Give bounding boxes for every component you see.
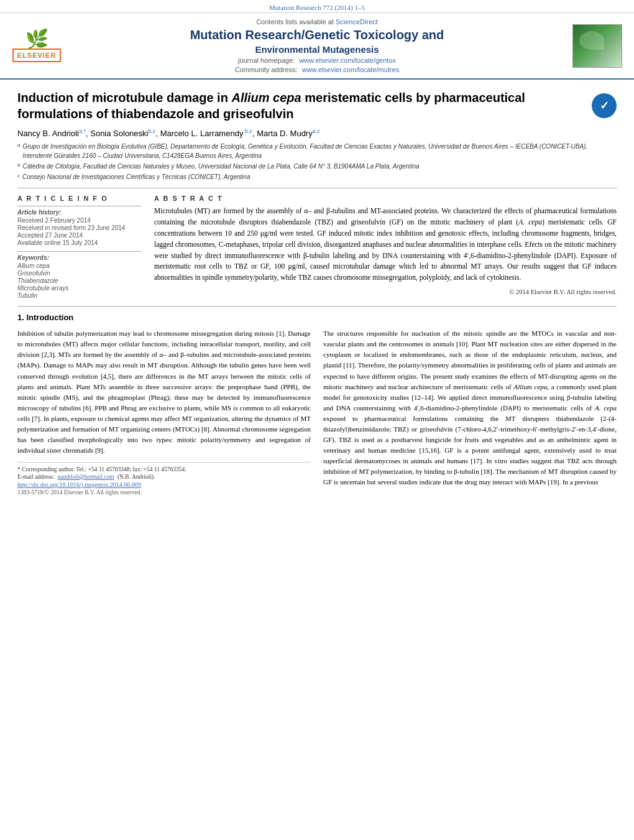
affiliation-b: b Cátedra de Citología, Facultad de Cien…	[17, 162, 617, 171]
divider-after-affiliations	[17, 188, 617, 188]
keyword-tubulin: Tubulin	[17, 292, 142, 299]
body-col-left: Inhibition of tubulin polymerization may…	[17, 328, 311, 496]
article-title-text: Induction of microtubule damage in Alliu…	[17, 90, 586, 122]
journal-thumbnail-area	[569, 18, 625, 73]
keywords-section: Keywords: Allium cepa Griseofulvin Thiab…	[17, 251, 142, 299]
elsevier-wordmark: ELSEVIER	[12, 48, 61, 62]
divider-after-abstract	[17, 306, 617, 307]
doi-line: http://dx.doi.org/10.1016/j.mrgentox.201…	[17, 481, 311, 488]
journal-title-line2: Environmental Mutagenesis	[255, 44, 379, 55]
affil-text-a: Grupo de Investigación en Biología Evolu…	[22, 142, 617, 160]
journal-citation: Mutation Research 772 (2014) 1–5	[269, 4, 365, 11]
community-links: Community address: www.elsevier.com/loca…	[235, 66, 399, 73]
email-label: E-mail address:	[17, 474, 54, 480]
keywords-title: Keywords:	[17, 254, 142, 261]
footnote: * Corresponding author. Tel.: +54 11 457…	[17, 466, 311, 473]
affiliation-a: a Grupo de Investigación en Biología Evo…	[17, 142, 617, 160]
abstract-title: A B S T R A C T	[154, 195, 617, 202]
authors: Nancy B. Andriolia,*, Sonia Soloneskib,c…	[17, 128, 617, 138]
keyword-allium: Allium cepa	[17, 262, 142, 269]
history-title: Article history:	[17, 209, 142, 216]
affil-text-b: Cátedra de Citología, Facultad de Cienci…	[22, 162, 419, 171]
page: Mutation Research 772 (2014) 1–5 🌿 ELSEV…	[0, 0, 634, 840]
journal-cover-thumbnail	[572, 24, 622, 68]
doi-link[interactable]: http://dx.doi.org/10.1016/j.mrgentox.201…	[17, 481, 141, 488]
journal-title-line1: Mutation Research/Genetic Toxicology and	[190, 27, 444, 42]
header-center: Contents lists available at ScienceDirec…	[71, 18, 563, 73]
copyright-line: © 2014 Elsevier B.V. All rights reserved…	[154, 288, 617, 295]
article-info-col: A R T I C L E I N F O Article history: R…	[17, 195, 142, 300]
introduction-heading: 1. Introduction	[17, 313, 617, 322]
main-content: Induction of microtubule damage in Alliu…	[0, 80, 634, 505]
issn-line: 1383-5718/© 2014 Elsevier B.V. All right…	[17, 489, 311, 496]
elsevier-leaf-icon: 🌿	[25, 30, 48, 48]
affil-super-b: b	[17, 162, 20, 171]
article-info-title: A R T I C L E I N F O	[17, 195, 142, 202]
affil-super-c: c	[17, 172, 20, 182]
article-title-area: Induction of microtubule damage in Alliu…	[17, 90, 617, 122]
email-note: E-mail address: nandrioli@hotmail.com (N…	[17, 474, 311, 480]
article-title: Induction of microtubule damage in Alliu…	[17, 90, 586, 122]
abstract-text: Microtubules (MT) are formed by the asse…	[154, 206, 617, 284]
keyword-thiabendazole: Thiabendazole	[17, 277, 142, 284]
footer-area: * Corresponding author. Tel.: +54 11 457…	[17, 462, 311, 496]
affil-text-c: Consejo Nacional de Investigaciones Cien…	[22, 172, 250, 182]
header-area: 🌿 ELSEVIER Contents lists available at S…	[0, 13, 634, 80]
homepage-link[interactable]: www.elsevier.com/locate/gentox	[299, 57, 396, 64]
body-col-right: The structures responsible for nucleatio…	[323, 328, 617, 496]
available-text: Contents lists available at ScienceDirec…	[256, 18, 378, 25]
history-received: Received 2 February 2014	[17, 217, 142, 224]
keyword-griseofulvin: Griseofulvin	[17, 270, 142, 277]
email-link[interactable]: nandrioli@hotmail.com	[58, 474, 114, 480]
affiliation-c: c Consejo Nacional de Investigaciones Ci…	[17, 172, 617, 182]
history-revised: Received in revised form 23 June 2014	[17, 224, 142, 231]
history-online: Available online 15 July 2014	[17, 239, 142, 246]
community-link[interactable]: www.elsevier.com/locate/mutres	[302, 66, 400, 73]
footnote-text: Corresponding author. Tel.: +54 11 45763…	[22, 466, 186, 473]
email-suffix: (N.B. Andrioli).	[117, 474, 155, 480]
journal-bar: Mutation Research 772 (2014) 1–5	[0, 0, 634, 13]
history-accepted: Accepted 27 June 2014	[17, 232, 142, 239]
expected-text: expected	[323, 372, 347, 380]
abstract-col: A B S T R A C T Microtubules (MT) are fo…	[154, 195, 617, 300]
crossmark-icon: ✓	[600, 99, 609, 113]
intro-text-right: The structures responsible for nucleatio…	[323, 328, 617, 487]
article-history: Article history: Received 2 February 201…	[17, 206, 142, 246]
affil-super-a: a	[17, 142, 20, 160]
keyword-microtubule: Microtubule arrays	[17, 285, 142, 292]
body-two-col: Inhibition of tubulin polymerization may…	[17, 328, 617, 496]
affiliations: a Grupo de Investigación en Biología Evo…	[17, 142, 617, 182]
elsevier-logo-area: 🌿 ELSEVIER	[9, 18, 65, 73]
intro-text-left: Inhibition of tubulin polymerization may…	[17, 328, 311, 456]
sciencedirect-link[interactable]: ScienceDirect	[336, 18, 378, 25]
journal-links: journal homepage: www.elsevier.com/locat…	[238, 57, 396, 64]
info-abstract-cols: A R T I C L E I N F O Article history: R…	[17, 195, 617, 300]
crossmark-badge: ✓	[592, 93, 617, 118]
